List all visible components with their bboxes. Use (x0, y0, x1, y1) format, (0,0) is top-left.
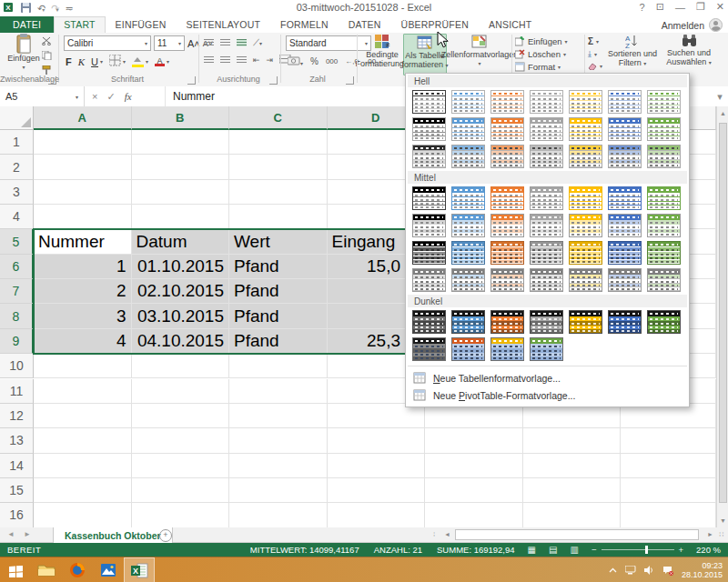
tab-split-handle-right[interactable]: ⁞⁞ (719, 530, 724, 538)
cell-B11[interactable] (132, 379, 230, 404)
table-style-thumbnail[interactable] (569, 186, 602, 210)
table-style-thumbnail[interactable] (569, 117, 602, 141)
cell-E13[interactable] (425, 428, 523, 453)
cell-D13[interactable] (328, 428, 426, 453)
table-style-thumbnail[interactable] (490, 145, 524, 168)
tray-network-icon[interactable] (625, 566, 636, 575)
table-style-thumbnail[interactable] (451, 241, 485, 265)
row-header-1[interactable]: 1 (0, 130, 34, 155)
cell-D16[interactable] (328, 503, 426, 527)
underline-button[interactable]: U (91, 56, 98, 67)
table-style-thumbnail[interactable] (608, 268, 642, 292)
autosum-button[interactable]: Σ▾ (588, 36, 602, 46)
table-style-thumbnail[interactable] (451, 310, 485, 334)
table-style-thumbnail[interactable] (412, 90, 446, 114)
scroll-down-icon[interactable]: ▼ (717, 515, 728, 527)
row-header-2[interactable]: 2 (0, 155, 34, 179)
start-button[interactable] (0, 557, 31, 582)
zoom-out-icon[interactable]: − (592, 545, 597, 555)
table-style-thumbnail[interactable] (647, 214, 681, 237)
increase-indent-button[interactable]: ⇥ (267, 55, 274, 65)
scroll-right-icon[interactable]: ► (707, 531, 713, 537)
cell-E14[interactable] (425, 454, 523, 478)
cell-C16[interactable] (229, 503, 328, 527)
cell-C12[interactable] (229, 404, 328, 428)
table-style-thumbnail[interactable] (490, 337, 524, 361)
format-cells-button[interactable]: Format▾ (515, 62, 568, 72)
column-header-B[interactable]: B (132, 106, 230, 130)
cell-B9[interactable]: 04.10.2015 (132, 329, 230, 354)
ribbon-tab-berprfen[interactable]: ÜBERPRÜFEN (391, 16, 479, 33)
row-header-11[interactable]: 11 (0, 379, 34, 404)
table-style-thumbnail[interactable] (530, 145, 563, 168)
table-style-thumbnail[interactable] (451, 117, 485, 141)
cell-E16[interactable] (425, 503, 523, 527)
ribbon-tab-einfgen[interactable]: EINFÜGEN (106, 16, 177, 33)
cell-B1[interactable] (132, 130, 230, 155)
cell-A1[interactable] (34, 130, 132, 155)
cell-A9[interactable]: 4 (34, 329, 132, 354)
select-all-corner[interactable] (0, 106, 34, 130)
table-style-thumbnail[interactable] (530, 268, 563, 292)
insert-cells-button[interactable]: Einfügen▾ (515, 36, 568, 46)
cell-A2[interactable] (34, 155, 132, 179)
cell-F16[interactable] (523, 503, 622, 527)
cell-B12[interactable] (132, 404, 230, 428)
table-style-thumbnail[interactable] (647, 186, 681, 210)
tray-volume-icon[interactable] (644, 566, 654, 575)
column-header-C[interactable]: C (229, 106, 328, 130)
alignment-dialog-launcher[interactable] (269, 76, 278, 85)
table-style-thumbnail[interactable] (647, 241, 681, 265)
cell-C3[interactable] (229, 180, 328, 205)
normal-view-button[interactable]: ▦ (528, 545, 536, 555)
align-right-button[interactable] (237, 56, 247, 64)
cell-C11[interactable] (229, 379, 328, 404)
table-style-thumbnail[interactable] (569, 241, 602, 265)
new-table-style-menu-item[interactable]: Neue Tabellenformatvorlage... (406, 369, 689, 386)
formula-bar-expand-icon[interactable]: ▾ (712, 86, 728, 106)
cell-B15[interactable] (132, 478, 230, 503)
table-style-thumbnail[interactable] (490, 90, 524, 114)
table-style-thumbnail[interactable] (490, 117, 524, 141)
table-style-thumbnail[interactable] (490, 186, 524, 210)
table-style-thumbnail[interactable] (647, 90, 681, 114)
cell-A6[interactable]: 1 (34, 255, 132, 279)
table-style-thumbnail[interactable] (451, 268, 485, 292)
font-name-select[interactable]: Calibri▾ (64, 35, 151, 51)
table-style-thumbnail[interactable] (608, 186, 642, 210)
cell-B14[interactable] (132, 454, 230, 478)
cell-A7[interactable]: 2 (34, 279, 132, 304)
horizontal-scrollbar[interactable]: ◄ ► (442, 529, 715, 541)
cell-A13[interactable] (34, 428, 132, 453)
cell-A12[interactable] (34, 404, 132, 428)
file-explorer-button[interactable] (31, 557, 62, 582)
cell-A8[interactable]: 3 (34, 304, 132, 328)
row-header-5[interactable]: 5 (0, 229, 34, 254)
page-layout-view-button[interactable]: ▤ (549, 545, 557, 555)
cell-C14[interactable] (229, 454, 328, 478)
prev-sheet-icon[interactable]: ◄ (7, 530, 15, 538)
cell-G13[interactable] (621, 428, 716, 453)
italic-button[interactable]: K (78, 56, 85, 67)
firefox-button[interactable] (62, 557, 93, 582)
table-style-thumbnail[interactable] (608, 241, 642, 265)
row-header-13[interactable]: 13 (0, 428, 34, 453)
minimize-button[interactable]: — (675, 2, 685, 13)
name-box[interactable]: A5 ▾ (0, 86, 85, 106)
cut-button[interactable] (42, 36, 52, 47)
cell-A14[interactable] (34, 454, 132, 478)
table-style-thumbnail[interactable] (530, 310, 563, 334)
scroll-left-icon[interactable]: ◄ (444, 531, 450, 537)
help-button[interactable]: ? (640, 2, 645, 13)
cell-C2[interactable] (229, 155, 328, 179)
table-style-thumbnail[interactable] (451, 145, 485, 168)
horizontal-scrollbar-thumb[interactable] (455, 529, 699, 540)
row-header-8[interactable]: 8 (0, 304, 34, 328)
cell-styles-button[interactable]: Zellenformatvorlagen ▾ (448, 34, 511, 74)
ribbon-tab-seitenlayout[interactable]: SEITENLAYOUT (176, 16, 270, 33)
align-center-button[interactable] (220, 56, 230, 64)
fill-button[interactable]: ⤓▾ (588, 49, 602, 59)
vertical-scrollbar[interactable]: ▲ ▼ (716, 106, 728, 527)
cell-A15[interactable] (34, 478, 132, 503)
tab-split-handle[interactable]: ⁞ (433, 530, 436, 538)
